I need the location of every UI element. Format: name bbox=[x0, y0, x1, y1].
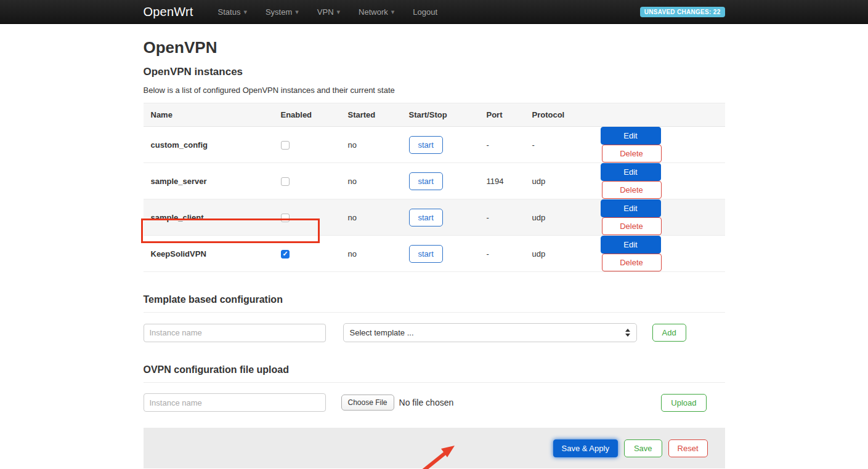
brand-logo[interactable]: OpenWrt bbox=[144, 5, 193, 19]
instance-name: sample_server bbox=[144, 163, 274, 199]
instance-name: sample_client bbox=[144, 199, 274, 236]
port-value: 1194 bbox=[479, 163, 525, 199]
template-select-value: Select template ... bbox=[350, 328, 414, 337]
template-section-heading: Template based configuration bbox=[144, 294, 725, 305]
col-header-protocol: Protocol bbox=[525, 103, 593, 127]
start-button[interactable]: start bbox=[409, 209, 443, 226]
nav-item-label: System bbox=[266, 7, 292, 17]
table-row-highlighted: KeepSolidVPN no start - udp EditDelete bbox=[144, 236, 725, 272]
start-button[interactable]: start bbox=[409, 172, 443, 190]
delete-button[interactable]: Delete bbox=[602, 145, 662, 162]
upload-button[interactable]: Upload bbox=[661, 394, 706, 412]
page-title: OpenVPN bbox=[144, 38, 725, 57]
edit-button[interactable]: Edit bbox=[601, 236, 661, 254]
navbar: OpenWrt Status ▾ System ▾ VPN ▾ Network … bbox=[0, 0, 868, 24]
red-arrow-annotation bbox=[395, 440, 475, 469]
instances-description: Below is a list of configured OpenVPN in… bbox=[144, 86, 725, 95]
chevron-down-icon: ▾ bbox=[295, 9, 299, 15]
col-header-actions bbox=[593, 103, 725, 127]
upload-section-heading: OVPN configuration file upload bbox=[144, 364, 725, 375]
edit-button[interactable]: Edit bbox=[601, 199, 661, 217]
chevron-down-icon: ▾ bbox=[337, 9, 341, 15]
nav-item-vpn[interactable]: VPN ▾ bbox=[317, 7, 340, 17]
port-value: - bbox=[479, 236, 525, 272]
upload-instance-name-input[interactable] bbox=[144, 393, 326, 412]
started-value: no bbox=[341, 163, 402, 199]
instances-table: Name Enabled Started Start/Stop Port Pro… bbox=[144, 103, 725, 272]
file-input: Choose File No file chosen bbox=[341, 395, 454, 411]
col-header-enabled: Enabled bbox=[274, 103, 341, 127]
started-value: no bbox=[341, 236, 402, 272]
template-instance-name-input[interactable] bbox=[144, 324, 326, 342]
enabled-checkbox[interactable] bbox=[281, 141, 290, 150]
delete-button[interactable]: Delete bbox=[602, 254, 662, 271]
protocol-value: udp bbox=[525, 163, 593, 199]
upload-form: Choose File No file chosen Upload bbox=[144, 393, 725, 412]
col-header-startstop: Start/Stop bbox=[402, 103, 479, 127]
edit-button[interactable]: Edit bbox=[601, 163, 661, 181]
start-button[interactable]: start bbox=[409, 136, 443, 154]
protocol-value: udp bbox=[525, 199, 593, 236]
col-header-started: Started bbox=[341, 103, 402, 127]
table-header-row: Name Enabled Started Start/Stop Port Pro… bbox=[144, 103, 725, 127]
add-button[interactable]: Add bbox=[652, 324, 686, 342]
nav-item-label: Network bbox=[359, 7, 388, 17]
port-value: - bbox=[479, 199, 525, 236]
chevron-down-icon: ▾ bbox=[391, 9, 395, 15]
save-button[interactable]: Save bbox=[624, 439, 662, 457]
protocol-value: - bbox=[525, 127, 593, 163]
nav-item-label: Logout bbox=[413, 7, 437, 17]
protocol-value: udp bbox=[525, 236, 593, 272]
divider bbox=[144, 312, 725, 313]
instances-heading: OpenVPN instances bbox=[144, 66, 725, 78]
nav-item-label: VPN bbox=[317, 7, 334, 17]
col-header-port: Port bbox=[479, 103, 525, 127]
port-value: - bbox=[479, 127, 525, 163]
nav-item-system[interactable]: System ▾ bbox=[266, 7, 299, 17]
no-file-chosen-text: No file chosen bbox=[399, 398, 454, 407]
delete-button[interactable]: Delete bbox=[602, 181, 662, 199]
enabled-checkbox[interactable] bbox=[281, 214, 290, 222]
enabled-checkbox[interactable] bbox=[281, 250, 290, 259]
choose-file-button[interactable]: Choose File bbox=[341, 395, 394, 411]
started-value: no bbox=[341, 199, 402, 236]
nav-item-network[interactable]: Network ▾ bbox=[359, 7, 394, 17]
start-button[interactable]: start bbox=[409, 245, 443, 263]
unsaved-changes-badge[interactable]: UNSAVED CHANGES: 22 bbox=[640, 7, 725, 17]
reset-button[interactable]: Reset bbox=[668, 439, 708, 457]
table-row: custom_config no start - - EditDelete bbox=[144, 127, 725, 163]
instance-name: custom_config bbox=[144, 127, 274, 163]
col-header-name: Name bbox=[144, 103, 274, 127]
instance-name: KeepSolidVPN bbox=[144, 236, 274, 272]
enabled-checkbox[interactable] bbox=[281, 177, 290, 186]
table-row: sample_server no start 1194 udp EditDele… bbox=[144, 163, 725, 199]
edit-button[interactable]: Edit bbox=[601, 127, 661, 145]
nav-item-logout[interactable]: Logout bbox=[413, 7, 437, 17]
select-spinner-icon bbox=[625, 329, 630, 337]
table-row: sample_client no start - udp EditDelete bbox=[144, 199, 725, 236]
nav-item-label: Status bbox=[218, 7, 241, 17]
page-actions-bar: Save & Apply Save Reset bbox=[144, 428, 725, 468]
template-select[interactable]: Select template ... bbox=[343, 323, 637, 342]
started-value: no bbox=[341, 127, 402, 163]
template-config-form: Select template ... Add bbox=[144, 323, 725, 342]
divider bbox=[144, 382, 725, 383]
nav-item-status[interactable]: Status ▾ bbox=[218, 7, 247, 17]
save-apply-button[interactable]: Save & Apply bbox=[553, 439, 618, 457]
chevron-down-icon: ▾ bbox=[243, 9, 247, 15]
delete-button[interactable]: Delete bbox=[602, 217, 662, 235]
